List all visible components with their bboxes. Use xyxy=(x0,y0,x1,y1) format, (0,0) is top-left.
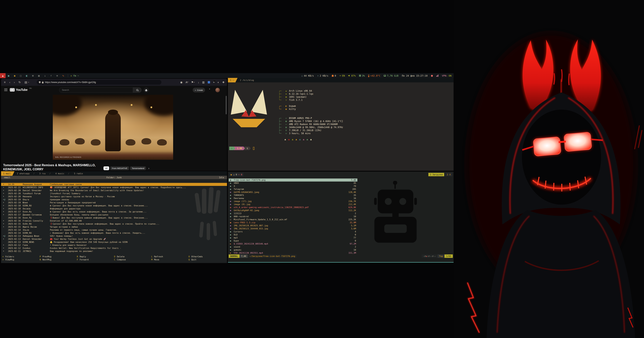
url-input[interactable] xyxy=(45,81,154,84)
pinned-extension-icon[interactable] xyxy=(208,81,210,84)
file-row[interactable]: ▣ free-icon-bot-7167276.png 7,4K xyxy=(229,178,357,182)
workspace-icon[interactable]: ∿ xyxy=(60,74,66,77)
scrollbar[interactable] xyxy=(226,96,227,114)
back-icon[interactable]: ‹ xyxy=(9,81,10,84)
reload-icon[interactable]: ↻ xyxy=(18,81,21,84)
file-row[interactable]: ■ 000-razobrat 10 xyxy=(229,215,357,218)
mail-row[interactable]: 2025-02-16 Ozon_Py ❗Важно! Для Вас посту… xyxy=(1,216,227,219)
reader-icon[interactable]: ▤ xyxy=(24,81,27,84)
chips-more-button[interactable]: › xyxy=(148,167,149,170)
mail-row[interactable]: • 2025-02-18 OZON_RU ⊠ Срочно! Для Вас п… xyxy=(1,204,227,207)
mail-row[interactable]: • 2025-02-11 JETMAIL Ваш надежный подряд… xyxy=(1,250,227,253)
shell-prompt[interactable]: ~1.46$ xyxy=(229,147,254,150)
mail-row[interactable]: • 2025-02-17 Даниил Сотников Большое обн… xyxy=(1,213,227,216)
youtube-search-box[interactable] xyxy=(59,87,133,93)
notification-bell[interactable] xyxy=(431,75,433,77)
mail-tab[interactable]: 3 rss xyxy=(37,171,53,176)
volume-stat[interactable]: 87% xyxy=(348,74,356,77)
file-row[interactable]: ■ Cursors 4 xyxy=(229,230,357,233)
file-row[interactable]: ▶ VID_20241130_092551.mp4 151,3M xyxy=(229,251,357,254)
video-title[interactable]: Tomorrowland 2025 - Best Remixes & Mashu… xyxy=(3,163,96,171)
file-row[interactable]: ▤ oth_A_ardor-gaming-wakizashi_instrukci… xyxy=(229,206,357,209)
downloads-icon[interactable]: ↓ xyxy=(198,81,199,84)
mail-tab[interactable]: 5 radio xyxy=(72,171,85,176)
create-button[interactable]: + Create xyxy=(193,88,205,92)
file-row[interactable]: ■ sound 2 xyxy=(229,245,357,248)
filter-chip[interactable]: Tomorrowland xyxy=(130,166,146,170)
workspace-icon[interactable]: ◧ xyxy=(24,74,30,77)
file-row[interactable]: ▦ Lens-FREE-1.3.zip 32,9M xyxy=(229,221,357,224)
forward-icon[interactable]: › xyxy=(14,81,15,84)
workspace-icon[interactable]: ▢ xyxy=(18,74,24,77)
mail-row[interactable]: • 14:35 Медведев Андрей Глобальные торго… xyxy=(1,183,227,186)
mail-row[interactable]: • 2025-02-18 Оксана Информация для дирек… xyxy=(1,207,227,210)
file-row[interactable]: ■ OLD 0 xyxy=(229,233,357,236)
workspace-icon[interactable]: ▨ xyxy=(36,74,42,77)
mail-tab[interactable]: 2 whatsapp xyxy=(14,171,37,176)
workspace-icon[interactable]: ≡ xyxy=(54,74,60,77)
clock[interactable]: Пн 24 фев 15:27:18 xyxy=(402,74,428,77)
file-row[interactable]: ■ 123113 2 xyxy=(229,212,357,215)
mail-tab[interactable]: 1 mail xyxy=(1,171,14,176)
files-tab[interactable]: 2 X xyxy=(445,173,452,176)
mail-row[interactable]: • 2025-02-20 Daniel Shnaider We Are Brea… xyxy=(1,189,227,192)
mail-row[interactable]: • 2025-02-20 Неонила Экспресс-доставка г… xyxy=(1,195,227,198)
keyboard-layout[interactable]: ⌨ EN xyxy=(340,74,345,77)
file-row[interactable]: ■ TORRENTS 35 xyxy=(229,194,357,197)
sidebar-icon[interactable]: ▥ xyxy=(202,81,205,84)
mail-row[interactable]: 2025-02-14 Эльза Реклама от первого лица… xyxy=(1,228,227,231)
search-button[interactable] xyxy=(133,87,142,93)
file-row[interactable]: ▢ MiniFuse1_Firmware_Update_1_5_0_212_wi… xyxy=(229,218,357,221)
arch-launcher-button[interactable]: ▲ xyxy=(0,73,6,78)
file-row[interactable]: ■ Пингвины 16 xyxy=(229,197,357,200)
mail-row[interactable]: • 2025-02-15 Идите Лесом Четыре истории … xyxy=(1,225,227,228)
filter-chip[interactable]: All xyxy=(104,166,109,170)
bookmark-icon[interactable]: ⚑ xyxy=(191,81,194,84)
file-row[interactable]: ▣ image (8).jpg 212,4K xyxy=(229,203,357,206)
chevron-down-icon[interactable]: ▾ xyxy=(28,81,29,83)
mail-row[interactable]: • 2025-02-12 Exodus Exodus Wallet: New V… xyxy=(1,247,227,250)
menu-icon[interactable]: ≡ xyxy=(4,81,6,84)
file-row[interactable]: ▣ IMG_20250123_164440_015.jpg 3,6M xyxy=(229,227,357,230)
darkreader-icon[interactable]: ◐ xyxy=(218,81,219,84)
workspace-icon[interactable]: ♯ xyxy=(48,74,54,77)
workspace-icon[interactable]: ⊞ xyxy=(30,74,36,77)
mail-row[interactable]: 2025-02-14 OZON_RU ✓ Внимание! Для Вас е… xyxy=(1,231,227,234)
terminal-tab[interactable]: 1 ~ xyxy=(228,78,238,82)
youtube-wordmark[interactable]: YouTube xyxy=(16,88,28,92)
file-row[interactable]: ▣ GkFPR-GXUAACWSS.jpeg 128,4K xyxy=(229,191,357,194)
terminal-tab[interactable]: 2 /h/z/blog xyxy=(238,78,256,82)
youtube-menu-icon[interactable] xyxy=(4,89,8,91)
mail-row[interactable]: • ∮ 2025-02-19 Ольга приведем заказы xyxy=(1,198,227,201)
voice-search-button[interactable] xyxy=(144,87,149,93)
shield-icon[interactable] xyxy=(39,81,41,83)
file-row[interactable]: ■ gomuks 10 xyxy=(229,248,357,251)
file-row[interactable]: ▣ GkC0yLaXgAAP-H2.jpeg 112,2K xyxy=(229,209,357,212)
screenshot-icon[interactable]: ⌖ xyxy=(213,81,214,84)
workspace-icon[interactable]: ◉ xyxy=(12,74,18,77)
youtube-logo-icon[interactable] xyxy=(10,88,15,92)
file-row[interactable]: ▣ IMG_20250128_091825_007.jpg 5,1M xyxy=(229,224,357,227)
translate-icon[interactable]: Aˣ xyxy=(186,81,188,84)
mail-row[interactable]: 2025-02-13 OZON_NEWS 🔔 Поздравляем! Вам … xyxy=(1,241,227,244)
mail-row[interactable]: • 2025-02-17 Ozon.Ru ⊠ Срочно! Для Вас е… xyxy=(1,210,227,213)
workspace-icon[interactable]: ▣ xyxy=(6,74,12,77)
mail-row[interactable]: • 2025-02-20 YunoHost Forum [YunoHost Fo… xyxy=(1,192,227,195)
file-row[interactable]: ■ Telegram 205 xyxy=(229,188,357,191)
mail-row[interactable]: • 2025-02-15 OzOn_RU ❗Срочно! Для Вас по… xyxy=(1,222,227,225)
workspace-icon[interactable]: ↓ xyxy=(42,74,48,77)
bookmarks-chevron-icon[interactable]: ▾ xyxy=(194,81,195,83)
file-row[interactable]: ▣ image (17).jpg 236,7K xyxy=(229,200,357,203)
mail-tab[interactable]: 4 music xyxy=(53,171,72,176)
file-row[interactable]: ▶ Q_VIDEO_20241220_085546.mp4 97,2M xyxy=(229,242,357,245)
mail-row[interactable]: • ∮ 2025-02-13 Лебедева Юлия SOS! Нужна … xyxy=(1,234,227,237)
url-bar[interactable] xyxy=(37,80,162,85)
extensions-icon[interactable]: ❖ xyxy=(222,81,224,84)
video-player[interactable]: SOL RECORDS & FRIENDS xyxy=(53,95,173,160)
file-row[interactable]: ■ Буря 0 xyxy=(229,239,357,242)
filter-chip[interactable]: From iNEGATIVE xyxy=(110,166,129,170)
file-row[interactable]: ■ VBOX 45 xyxy=(229,182,357,185)
files-tab[interactable]: 1 Загрузки xyxy=(428,173,444,176)
avatar[interactable] xyxy=(215,88,220,92)
mail-row[interactable]: • 2025-02-16 Frances Connolly Donation o… xyxy=(1,219,227,222)
